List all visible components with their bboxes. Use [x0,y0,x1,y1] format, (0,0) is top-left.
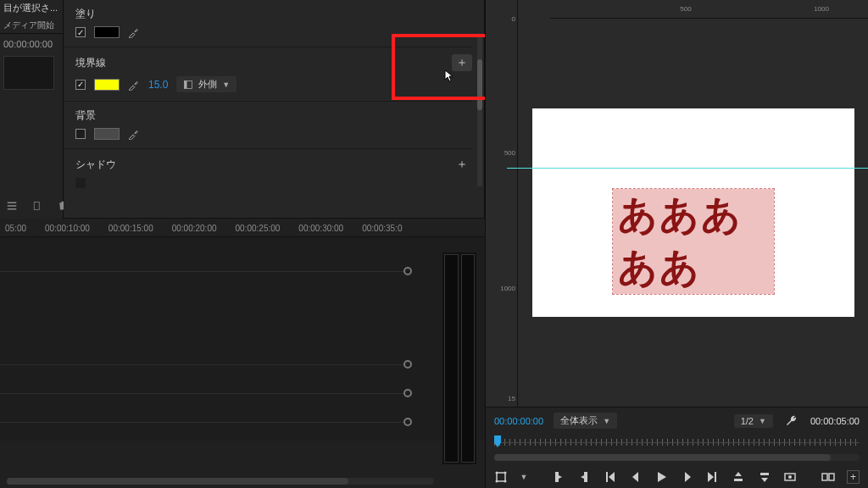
stroke-position-icon [183,80,193,90]
svg-rect-6 [497,473,505,481]
chevron-down-icon: ▼ [222,80,230,89]
keyframe-handle[interactable] [403,267,412,275]
project-thumbnail[interactable] [3,56,54,90]
current-timecode[interactable]: 00:00:00:00 [494,416,543,426]
svg-rect-13 [822,474,827,480]
background-section-title: 背景 [75,108,96,123]
add-shadow-button[interactable]: ＋ [452,156,472,173]
resolution-label: 1/2 [741,416,754,426]
stroke-section-title: 境界線 [75,56,106,70]
keyframe-handle[interactable] [403,389,412,397]
svg-point-8 [504,472,507,474]
title-text-layer[interactable]: あああああ [613,189,774,294]
transport-bar: ▼ + [494,466,860,485]
zoom-fit-dropdown[interactable]: 全体表示 ▼ [554,413,617,429]
ruler-tick: 00:00:35:0 [362,224,402,233]
ruler-tick: 00:00:25:00 [236,224,281,233]
project-cell-timecode[interactable]: 00:00:00:00 [0,37,63,51]
ruler-tick: 00:00:15:00 [108,224,153,233]
svg-rect-0 [8,202,17,204]
monitor-stage[interactable]: 500 1000 あああああ [518,0,868,407]
ruler-tick: 15 [508,395,515,402]
lift-icon[interactable] [732,469,745,485]
ruler-vertical[interactable]: 0 500 1000 15 [486,0,518,407]
stroke-position-dropdown[interactable]: 外側 ▼ [176,76,236,92]
scrollbar-thumb[interactable] [494,454,831,461]
guide-line[interactable] [507,168,869,169]
background-color-swatch[interactable] [94,128,120,140]
background-enable-checkbox[interactable] [75,129,86,139]
zoom-fit-label: 全体表示 [560,414,598,427]
keyframe-handle[interactable] [403,360,412,369]
source-body[interactable] [0,237,485,441]
fill-enable-checkbox[interactable] [75,27,86,37]
list-view-icon[interactable] [3,198,20,214]
shadow-placeholder [75,178,86,188]
chevron-down-icon: ▼ [759,417,766,425]
stroke-color-swatch[interactable] [94,79,120,91]
ruler-horizontal[interactable]: 500 1000 [550,0,868,19]
mark-in-icon[interactable] [551,469,565,485]
go-to-out-icon[interactable] [706,469,720,485]
mark-out-icon[interactable] [577,469,591,485]
ruler-tick: 1000 [500,285,515,292]
svg-rect-3 [34,202,39,210]
panel-scrollbar[interactable] [477,34,482,186]
button-editor-icon[interactable]: + [847,470,860,484]
source-panel: 05:00 00:00:10:00 00:00:15:00 00:00:20:0… [0,219,485,488]
ruler-tick: 00:00:30:00 [298,224,343,233]
ruler-tick: 00:00:20:00 [172,224,217,233]
svg-rect-5 [185,80,187,88]
chevron-down-icon: ▼ [603,417,610,425]
settings-icon[interactable] [783,413,800,429]
timeline-scrollbar[interactable] [7,478,434,485]
svg-point-9 [496,480,498,483]
free-transform-icon[interactable] [494,469,508,485]
eyedropper-icon[interactable] [128,26,140,38]
svg-point-12 [788,475,792,479]
appearance-panel: 塗り 境界線 ＋ 15.0 外側 ▼ 背景 [64,0,485,219]
resolution-dropdown[interactable]: 1/2 ▼ [734,414,773,428]
ruler-tick: 500 [504,149,515,157]
monitor-scrollbar[interactable] [494,454,860,461]
eyedropper-icon[interactable] [128,79,140,91]
scrollbar-thumb[interactable] [7,478,348,485]
fill-color-swatch[interactable] [94,26,120,38]
extract-icon[interactable] [758,469,771,485]
keyframe-handle[interactable] [403,418,412,426]
out-timecode[interactable]: 00:00:05:00 [810,416,860,426]
eyedropper-icon[interactable] [128,128,140,140]
ruler-tick: 500 [680,5,691,13]
new-item-icon[interactable] [29,198,46,214]
add-stroke-button[interactable]: ＋ [452,54,472,71]
audio-meter [442,252,476,464]
stroke-enable-checkbox[interactable] [75,80,86,90]
monitor-controls: 00:00:00:00 全体表示 ▼ 1/2 ▼ 00:00:05:00 ▼ [486,407,868,488]
svg-point-7 [496,472,498,474]
fill-section-title: 塗り [75,7,96,21]
ruler-tick: 1000 [814,5,829,13]
export-frame-icon[interactable] [783,469,797,485]
go-to-in-icon[interactable] [603,469,616,485]
project-selected-item: 目が選択さ... [0,0,63,16]
ruler-tick: 05:00 [5,224,26,233]
program-canvas[interactable]: あああああ [532,108,854,317]
play-icon[interactable] [654,469,668,485]
step-back-icon[interactable] [629,469,643,485]
stroke-position-label: 外側 [198,78,217,91]
step-forward-icon[interactable] [680,469,693,485]
chevron-down-icon[interactable]: ▼ [520,473,527,481]
ruler-tick: 00:00:10:00 [45,224,90,233]
program-monitor: 0 500 1000 15 500 1000 あああああ 00:00:00:00… [485,0,868,488]
timeline-ruler[interactable]: 05:00 00:00:10:00 00:00:15:00 00:00:20:0… [0,219,485,237]
svg-rect-2 [8,208,17,210]
comparison-view-icon[interactable] [821,469,834,485]
project-panel: 目が選択さ... メディア開始 00:00:00:00 [0,0,64,219]
stroke-width-value[interactable]: 15.0 [148,79,168,91]
svg-point-10 [504,480,507,483]
mini-timeline[interactable] [494,435,860,449]
scrollbar-thumb[interactable] [477,59,482,110]
project-column-header[interactable]: メディア開始 [0,16,63,34]
svg-rect-1 [8,205,17,207]
shadow-section-title: シャドウ [75,158,116,172]
